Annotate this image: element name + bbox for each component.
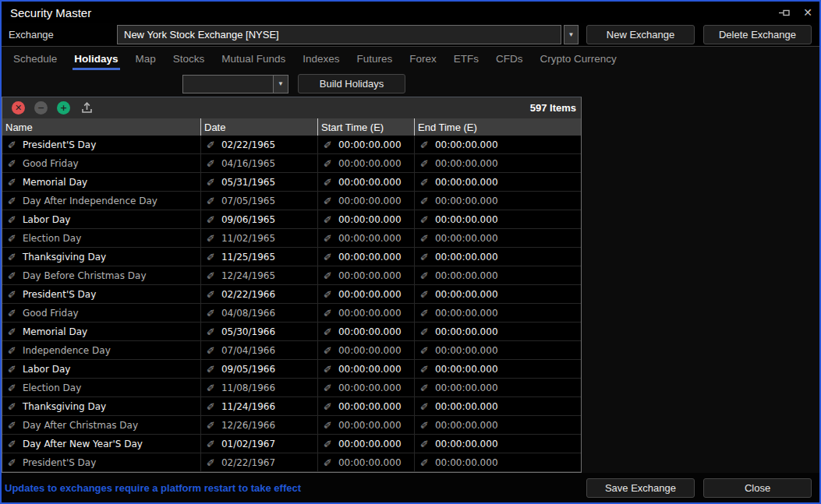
edit-pencil-icon[interactable]: ✎ (7, 196, 17, 205)
table-row[interactable]: ✎Day After Christmas Day✎12/26/1966✎00:0… (2, 416, 581, 435)
edit-pencil-icon[interactable]: ✎ (7, 159, 17, 167)
edit-pencil-icon[interactable]: ✎ (206, 290, 216, 298)
edit-pencil-icon[interactable]: ✎ (419, 308, 430, 317)
edit-pencil-icon[interactable]: ✎ (206, 196, 216, 205)
table-row[interactable]: ✎Thanksgiving Day✎11/25/1965✎00:00:00.00… (2, 248, 581, 266)
edit-pencil-icon[interactable]: ✎ (206, 308, 216, 317)
edit-pencil-icon[interactable]: ✎ (323, 234, 333, 242)
table-row[interactable]: ✎Labor Day✎09/06/1965✎00:00:00.000✎00:00… (2, 210, 581, 229)
edit-pencil-icon[interactable]: ✎ (419, 439, 430, 448)
edit-pencil-icon[interactable]: ✎ (419, 458, 430, 467)
edit-pencil-icon[interactable]: ✎ (419, 346, 430, 354)
chevron-down-icon[interactable]: ▼ (564, 25, 579, 44)
edit-pencil-icon[interactable]: ✎ (7, 327, 17, 336)
remove-row-icon[interactable]: − (34, 101, 48, 115)
column-header[interactable]: Start Time (E) (318, 118, 415, 136)
edit-pencil-icon[interactable]: ✎ (419, 383, 430, 392)
edit-pencil-icon[interactable]: ✎ (7, 383, 17, 392)
edit-pencil-icon[interactable]: ✎ (7, 178, 17, 186)
edit-pencil-icon[interactable]: ✎ (419, 290, 430, 298)
tab-holidays[interactable]: Holidays (65, 47, 126, 71)
table-row[interactable]: ✎Good Friday✎04/16/1965✎00:00:00.000✎00:… (2, 154, 581, 173)
edit-pencil-icon[interactable]: ✎ (206, 252, 216, 261)
edit-pencil-icon[interactable]: ✎ (323, 196, 333, 205)
edit-pencil-icon[interactable]: ✎ (206, 234, 216, 242)
tab-schedule[interactable]: Schedule (5, 47, 65, 71)
edit-pencil-icon[interactable]: ✎ (7, 290, 17, 298)
table-row[interactable]: ✎Thanksgiving Day✎11/24/1966✎00:00:00.00… (2, 397, 581, 416)
chevron-down-icon[interactable]: ▼ (273, 75, 288, 93)
edit-pencil-icon[interactable]: ✎ (323, 365, 333, 373)
edit-pencil-icon[interactable]: ✎ (419, 402, 430, 411)
edit-pencil-icon[interactable]: ✎ (206, 327, 216, 336)
tab-futures[interactable]: Futures (348, 47, 401, 71)
table-row[interactable]: ✎Day Before Christmas Day✎12/24/1965✎00:… (2, 266, 581, 285)
edit-pencil-icon[interactable]: ✎ (419, 234, 430, 242)
edit-pencil-icon[interactable]: ✎ (206, 178, 216, 186)
edit-pencil-icon[interactable]: ✎ (206, 402, 216, 411)
edit-pencil-icon[interactable]: ✎ (323, 271, 333, 280)
export-icon[interactable] (80, 101, 94, 115)
edit-pencil-icon[interactable]: ✎ (7, 308, 17, 317)
tab-indexes[interactable]: Indexes (294, 47, 348, 71)
edit-pencil-icon[interactable]: ✎ (7, 402, 17, 411)
edit-pencil-icon[interactable]: ✎ (419, 178, 430, 186)
edit-pencil-icon[interactable]: ✎ (206, 346, 216, 354)
edit-pencil-icon[interactable]: ✎ (419, 365, 430, 373)
edit-pencil-icon[interactable]: ✎ (323, 178, 333, 186)
table-row[interactable]: ✎Good Friday✎04/08/1966✎00:00:00.000✎00:… (2, 304, 581, 322)
edit-pencil-icon[interactable]: ✎ (206, 383, 216, 392)
holiday-year-combo-value[interactable] (182, 75, 273, 93)
table-row[interactable]: ✎President'S Day✎02/22/1966✎00:00:00.000… (2, 285, 581, 304)
edit-pencil-icon[interactable]: ✎ (323, 346, 333, 354)
table-row[interactable]: ✎Memorial Day✎05/31/1965✎00:00:00.000✎00… (2, 173, 581, 192)
column-header[interactable]: Date (201, 118, 318, 136)
close-button[interactable]: Close (703, 478, 812, 498)
tab-cfds[interactable]: CFDs (487, 47, 532, 71)
tab-map[interactable]: Map (127, 47, 165, 71)
edit-pencil-icon[interactable]: ✎ (323, 421, 333, 429)
edit-pencil-icon[interactable]: ✎ (323, 140, 333, 149)
edit-pencil-icon[interactable]: ✎ (206, 140, 216, 149)
edit-pencil-icon[interactable]: ✎ (7, 365, 17, 373)
edit-pencil-icon[interactable]: ✎ (206, 458, 216, 467)
edit-pencil-icon[interactable]: ✎ (323, 402, 333, 411)
new-exchange-button[interactable]: New Exchange (586, 25, 695, 44)
edit-pencil-icon[interactable]: ✎ (419, 159, 430, 167)
edit-pencil-icon[interactable]: ✎ (7, 234, 17, 242)
edit-pencil-icon[interactable]: ✎ (323, 327, 333, 336)
edit-pencil-icon[interactable]: ✎ (419, 140, 430, 149)
edit-pencil-icon[interactable]: ✎ (206, 159, 216, 167)
edit-pencil-icon[interactable]: ✎ (419, 271, 430, 280)
edit-pencil-icon[interactable]: ✎ (323, 215, 333, 224)
edit-pencil-icon[interactable]: ✎ (419, 252, 430, 261)
table-row[interactable]: ✎Election Day✎11/08/1966✎00:00:00.000✎00… (2, 379, 581, 397)
edit-pencil-icon[interactable]: ✎ (7, 215, 17, 224)
edit-pencil-icon[interactable]: ✎ (7, 271, 17, 280)
table-row[interactable]: ✎Memorial Day✎05/30/1966✎00:00:00.000✎00… (2, 322, 581, 341)
exchange-combo-value[interactable]: New York Stock Exchange [NYSE] (117, 25, 561, 44)
tab-forex[interactable]: Forex (401, 47, 445, 71)
edit-pencil-icon[interactable]: ✎ (323, 439, 333, 448)
edit-pencil-icon[interactable]: ✎ (7, 252, 17, 261)
edit-pencil-icon[interactable]: ✎ (419, 421, 430, 429)
edit-pencil-icon[interactable]: ✎ (419, 196, 430, 205)
holiday-year-combobox[interactable]: ▼ (182, 74, 288, 93)
tab-etfs[interactable]: ETFs (445, 47, 487, 71)
column-header[interactable]: Name (2, 118, 201, 136)
edit-pencil-icon[interactable]: ✎ (323, 308, 333, 317)
edit-pencil-icon[interactable]: ✎ (323, 458, 333, 467)
tab-crypto-currency[interactable]: Crypto Currency (532, 47, 625, 71)
edit-pencil-icon[interactable]: ✎ (206, 365, 216, 373)
edit-pencil-icon[interactable]: ✎ (7, 421, 17, 429)
build-holidays-button[interactable]: Build Holidays (298, 74, 405, 93)
edit-pencil-icon[interactable]: ✎ (323, 383, 333, 392)
edit-pencil-icon[interactable]: ✎ (206, 421, 216, 429)
edit-pencil-icon[interactable]: ✎ (419, 215, 430, 224)
table-row[interactable]: ✎Day After New Year'S Day✎01/02/1967✎00:… (2, 435, 581, 453)
tab-mutual-funds[interactable]: Mutual Funds (213, 47, 294, 71)
column-header[interactable]: End Time (E) (415, 118, 581, 136)
save-exchange-button[interactable]: Save Exchange (586, 478, 695, 498)
delete-row-icon[interactable]: ✕ (12, 101, 25, 115)
exchange-combobox[interactable]: New York Stock Exchange [NYSE] ▼ (117, 25, 579, 44)
